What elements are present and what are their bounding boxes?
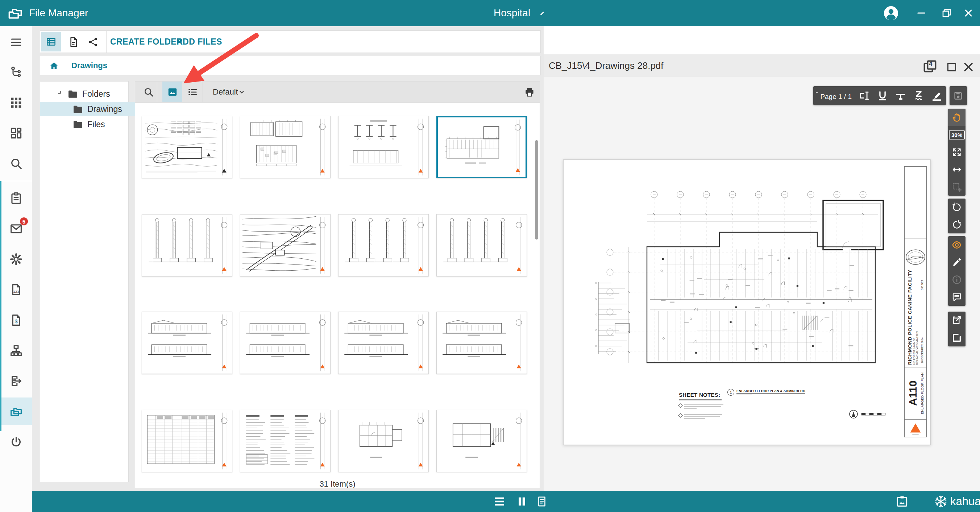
tree-node-folders[interactable]: Folders [40, 87, 145, 101]
annotate-pencil-button[interactable] [948, 254, 966, 271]
highlight-icon[interactable] [931, 89, 943, 102]
insert-text-icon[interactable] [858, 89, 870, 102]
apps-grid-icon [10, 96, 23, 110]
tool-group [948, 236, 966, 306]
rotate-ccw-button[interactable] [948, 199, 966, 216]
drawing-sheet: RICHMOND POLICE CANINE FACILITY 816 FORE… [563, 159, 931, 445]
create-folder-button[interactable]: CREATE FOLDER [110, 31, 183, 52]
close-preview-button[interactable] [961, 60, 976, 74]
rail-item-menu[interactable] [0, 28, 32, 56]
drawing-thumbnail[interactable] [338, 214, 429, 277]
drawing-thumbnail[interactable] [436, 214, 527, 277]
drawing-thumbnail[interactable] [338, 410, 429, 472]
drawing-thumbnail[interactable] [338, 116, 429, 178]
single-pane-view-button[interactable] [493, 495, 506, 508]
fit-width-icon [951, 164, 962, 175]
open-external-icon [951, 315, 962, 326]
marquee-zoom-icon [951, 181, 962, 192]
zoom-level-box[interactable]: 30% [948, 126, 966, 143]
comments-button[interactable] [948, 288, 966, 306]
breadcrumb-current[interactable]: Drawings [72, 56, 107, 75]
add-files-button[interactable]: ADD FILES [177, 31, 222, 52]
tool-group [948, 312, 966, 347]
rail-item-org-chart[interactable] [0, 337, 32, 364]
item-count: 31 Item(s) [135, 479, 540, 488]
home-icon[interactable] [49, 61, 59, 71]
screenshot-tool-button[interactable] [895, 495, 909, 508]
drawing-thumbnail[interactable] [142, 214, 232, 277]
hand-tool-button[interactable] [948, 109, 966, 126]
minimize-button[interactable] [915, 7, 927, 19]
drawing-thumbnail[interactable] [240, 312, 331, 374]
save-button[interactable] [950, 86, 967, 105]
rail-item-doc-123[interactable]: 123 [0, 276, 32, 303]
sheet-notes: SHEET NOTES: [679, 392, 726, 423]
maximize-preview-button[interactable] [945, 60, 958, 73]
rail-item-power[interactable] [0, 428, 32, 456]
restore-window-button[interactable] [941, 7, 953, 19]
rotate-cw-button[interactable] [948, 216, 966, 233]
underline-icon[interactable] [877, 89, 889, 102]
scrollbar-thumb[interactable] [535, 140, 538, 240]
folder-icon [67, 88, 79, 100]
rail-item-messages[interactable]: 5 [0, 215, 32, 242]
issue-date: 18 DECEMBER 2014 [921, 337, 924, 363]
drawing-thumbnail[interactable] [240, 116, 331, 178]
crop-button[interactable] [948, 329, 966, 347]
visibility-icon [951, 240, 962, 250]
table-view-toggle[interactable] [41, 32, 61, 51]
open-external-button[interactable] [948, 312, 966, 329]
avatar[interactable] [883, 5, 900, 22]
rail-item-apps-grid[interactable] [0, 89, 32, 116]
drawing-thumbnail[interactable] [240, 214, 331, 277]
folder-tree: Folders Drawings Files [40, 81, 129, 482]
drawing-thumbnail[interactable] [436, 312, 527, 374]
rail-item-tasks-clipboard[interactable] [0, 184, 32, 212]
issue-label: BID SET [921, 280, 924, 290]
fit-page-button[interactable] [948, 143, 966, 161]
rail-item-dashboard[interactable] [0, 119, 32, 147]
document-pane-button[interactable] [536, 495, 548, 508]
chevron-down-icon[interactable] [237, 88, 246, 96]
visibility-button[interactable] [948, 236, 966, 254]
plan-callout: 1 ENLARGED FLOOR PLAN & ADMIN BLDG [727, 389, 805, 396]
thumbnail-browser: Default 31 Item(s) [135, 81, 540, 488]
print-button[interactable] [524, 86, 535, 98]
share-button[interactable] [88, 36, 99, 48]
collapse-toolbar-icon[interactable] [815, 89, 819, 96]
search-icon[interactable] [143, 87, 154, 97]
tree-node-label: Folders [82, 89, 110, 99]
rail-item-file-manager-folders[interactable] [0, 398, 32, 425]
project-address: RICHMOND, VIRGINIA 23227 [916, 278, 918, 365]
drawing-thumbnail[interactable] [338, 312, 429, 374]
marquee-zoom-button[interactable] [948, 178, 966, 196]
split-view-button[interactable] [515, 495, 528, 508]
list-view-toggle[interactable] [182, 81, 202, 102]
versions-count: 4 [929, 60, 932, 68]
rotate-ccw-icon [951, 202, 962, 213]
drawing-thumbnail[interactable] [436, 410, 527, 472]
versions-button[interactable]: 4 [922, 58, 938, 74]
strikethrough-icon[interactable] [894, 89, 907, 102]
drawing-thumbnail[interactable] [142, 312, 232, 374]
info-button[interactable] [948, 271, 966, 288]
rail-item-hierarchy[interactable] [0, 58, 32, 86]
close-window-button[interactable] [963, 7, 974, 19]
project-name: Hospital [494, 0, 530, 26]
squiggly-underline-icon[interactable] [913, 89, 925, 102]
rail-item-search[interactable] [0, 149, 32, 177]
fit-width-button[interactable] [948, 161, 966, 178]
drawing-thumbnail[interactable] [142, 116, 232, 178]
drawing-thumbnail[interactable] [142, 410, 232, 472]
rail-item-doc-dollar[interactable]: $ [0, 306, 32, 334]
rail-item-settings-gear[interactable] [0, 245, 32, 273]
tree-node-label: Drawings [88, 104, 122, 114]
image-view-toggle[interactable] [162, 81, 182, 102]
view-preset-dropdown[interactable]: Default [213, 81, 238, 102]
collapse-icon[interactable] [57, 90, 64, 97]
document-button[interactable] [68, 36, 80, 48]
drawing-thumbnail-selected[interactable] [436, 116, 527, 178]
edit-icon[interactable] [539, 10, 546, 16]
rail-item-doc-export[interactable] [0, 367, 32, 394]
drawing-thumbnail[interactable] [240, 410, 331, 472]
